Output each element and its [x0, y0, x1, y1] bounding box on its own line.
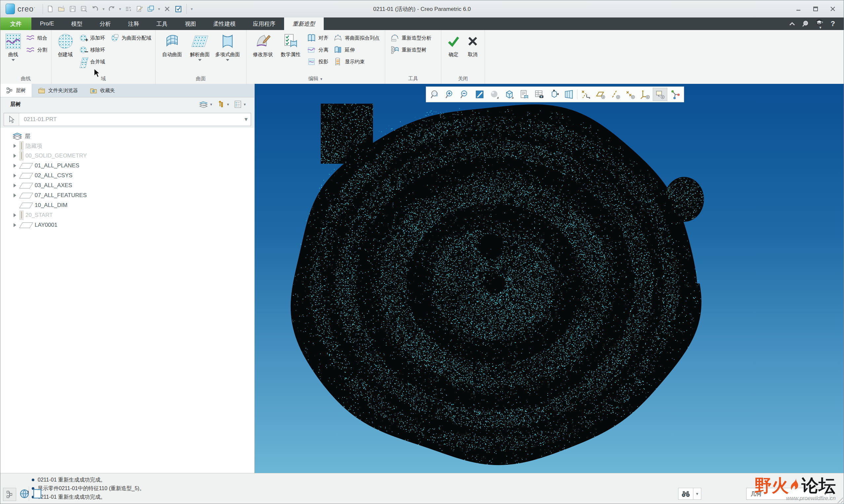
annotation-display-icon[interactable]: [653, 88, 667, 101]
layer-tools-button[interactable]: ▼: [217, 100, 229, 108]
polynomial-surface-button[interactable]: 多项式曲面: [214, 32, 241, 61]
analytic-surface-arrow[interactable]: [198, 59, 202, 61]
add-loop-button[interactable]: + 添加环: [76, 32, 108, 44]
navigator-toggle-button[interactable]: [3, 488, 16, 501]
windows-dropdown-arrow[interactable]: ▼: [157, 4, 161, 14]
regenerate-options-button[interactable]: [123, 4, 134, 14]
redo-dropdown-arrow[interactable]: ▼: [118, 4, 122, 14]
save-button[interactable]: [67, 4, 78, 14]
combine-button[interactable]: 组合: [23, 32, 50, 44]
extend-button[interactable]: 延伸: [331, 44, 382, 56]
tab-analysis[interactable]: 分析: [91, 18, 120, 30]
view-manager-icon[interactable]: [532, 88, 546, 101]
repaint-icon[interactable]: [472, 88, 487, 101]
undo-dropdown-arrow[interactable]: ▼: [101, 4, 106, 14]
resize-grip[interactable]: [836, 496, 843, 503]
fit-surface-to-points-button[interactable]: 将曲面拟合到点: [331, 32, 382, 44]
display-style-icon[interactable]: [502, 88, 517, 101]
selection-filter-arrow[interactable]: ▼: [821, 488, 830, 499]
restyle-analysis-button[interactable]: 重新造型分析: [388, 32, 434, 44]
redo-button[interactable]: [106, 4, 117, 14]
select-checkbox-button[interactable]: [173, 4, 184, 14]
tab-annotate[interactable]: 注释: [120, 18, 148, 30]
selection-filter-combo[interactable]: 几何 ▼: [746, 488, 830, 500]
ok-button[interactable]: 确定: [444, 32, 463, 58]
save-as-button[interactable]: [79, 4, 89, 14]
model-edit-button[interactable]: [134, 4, 145, 14]
axis-display-icon[interactable]: [608, 88, 623, 101]
cancel-button[interactable]: 取消: [463, 32, 482, 58]
tab-layer-tree[interactable]: 层树: [0, 84, 32, 97]
windows-button[interactable]: [145, 4, 156, 14]
datum-display-filter-icon[interactable]: [579, 88, 593, 101]
graphics-viewport[interactable]: [255, 84, 844, 473]
tree-row[interactable]: 隐藏项: [6, 141, 254, 151]
tree-root[interactable]: 层: [0, 131, 254, 141]
tab-restyle[interactable]: 重新造型: [284, 18, 324, 30]
tab-applications[interactable]: 应用程序: [244, 18, 284, 30]
find-dropdown-arrow[interactable]: ▼: [693, 488, 701, 500]
point-cloud-model[interactable]: [255, 84, 844, 473]
saved-views-icon[interactable]: [517, 88, 532, 101]
minimize-button[interactable]: [791, 3, 806, 15]
command-search-icon[interactable]: [802, 20, 809, 28]
tree-row[interactable]: 07_ALL_FEATURES: [6, 191, 254, 200]
minimize-ribbon-icon[interactable]: [789, 22, 795, 26]
model-selector-arrow[interactable]: ▼: [241, 116, 251, 123]
zoom-out-icon[interactable]: [458, 88, 472, 101]
select-cursor-icon[interactable]: [4, 113, 19, 126]
tree-row[interactable]: 02_ALL_CSYS: [6, 170, 254, 181]
plane-display-icon[interactable]: [593, 88, 608, 101]
tab-view[interactable]: 视图: [176, 18, 205, 30]
model-selector[interactable]: 0211-01.PRT ▼: [4, 113, 251, 126]
full-window-button[interactable]: [33, 488, 42, 500]
tab-tools[interactable]: 工具: [148, 18, 176, 30]
browser-toggle-button[interactable]: [19, 488, 30, 501]
help-icon[interactable]: ?: [831, 19, 835, 28]
tab-favorites[interactable]: 收藏夹: [84, 84, 121, 97]
section-view-icon[interactable]: [547, 88, 561, 101]
learning-center-icon[interactable]: ▼: [815, 18, 824, 29]
auto-surface-button[interactable]: 自动曲面: [158, 32, 186, 58]
undo-button[interactable]: [90, 4, 100, 14]
align-button[interactable]: 对齐: [305, 32, 331, 44]
modify-shape-button[interactable]: 修改形状: [249, 32, 277, 58]
layers-menu-button[interactable]: ▼: [199, 101, 213, 108]
csys-display-icon[interactable]: [638, 88, 652, 101]
assign-domain-button[interactable]: 为曲面分配域: [108, 32, 154, 44]
close-window-button[interactable]: [162, 4, 172, 14]
restyle-tree-button[interactable]: 重新造型树: [388, 44, 434, 56]
point-display-icon[interactable]: [623, 88, 638, 101]
close-button[interactable]: [825, 3, 840, 15]
tab-proe[interactable]: Pro/E: [31, 18, 63, 30]
merge-domain-button[interactable]: 合并域: [76, 56, 108, 68]
zoom-fit-icon[interactable]: [428, 88, 442, 101]
shading-style-icon[interactable]: [487, 88, 502, 101]
tree-row[interactable]: 00_SOLID_GEOMETRY: [6, 151, 254, 161]
split-button[interactable]: 分割: [23, 44, 50, 56]
customize-qat-arrow[interactable]: ▼: [189, 4, 194, 14]
create-domain-button[interactable]: 创建域: [54, 32, 76, 58]
perspective-view-icon[interactable]: [562, 88, 576, 101]
curve-dropdown-arrow[interactable]: [12, 59, 15, 61]
show-constraints-button[interactable]: 显示约束: [331, 56, 382, 68]
remove-loop-button[interactable]: − 移除环: [76, 44, 108, 56]
new-file-button[interactable]: [45, 4, 55, 14]
separate-button[interactable]: 分离: [305, 44, 331, 56]
tree-row[interactable]: 20_START: [6, 210, 254, 220]
maximize-button[interactable]: [808, 3, 823, 15]
polynomial-surface-arrow[interactable]: [226, 59, 229, 61]
tab-folder-browser[interactable]: 文件夹浏览器: [32, 84, 84, 97]
open-file-button[interactable]: [56, 4, 67, 14]
analytic-surface-button[interactable]: 解析曲面: [186, 32, 214, 61]
spin-center-icon[interactable]: [668, 88, 682, 101]
project-button[interactable]: 投影: [305, 56, 331, 68]
tree-row[interactable]: 10_ALL_DIM: [6, 200, 254, 210]
tree-row[interactable]: LAY0001: [6, 220, 254, 230]
find-binoculars-button[interactable]: [678, 488, 693, 500]
layer-list-options-button[interactable]: ▼: [234, 100, 246, 108]
zoom-in-icon[interactable]: [443, 88, 457, 101]
math-properties-button[interactable]: 数学属性: [277, 32, 305, 58]
tab-flexible-modeling[interactable]: 柔性建模: [205, 18, 244, 30]
curve-button[interactable]: 曲线: [3, 32, 23, 61]
